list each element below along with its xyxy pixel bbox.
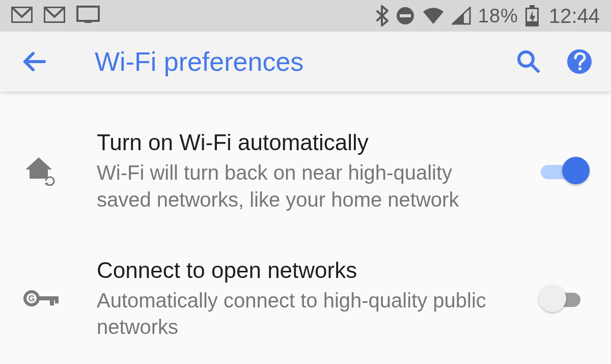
toggle-open-networks[interactable] [541,285,588,312]
setting-title: Connect to open networks [97,256,506,284]
bluetooth-icon [375,5,388,26]
search-icon [516,49,541,74]
svg-point-11 [578,67,581,70]
svg-rect-3 [85,21,92,23]
search-button[interactable] [514,47,543,76]
do-not-disturb-icon [396,6,415,25]
arrow-left-icon [20,48,47,75]
svg-rect-16 [50,296,54,305]
setting-auto-wifi[interactable]: Turn on Wi-Fi automatically Wi-Fi will t… [0,114,611,228]
status-left-icons [11,6,100,26]
app-bar: Wi-Fi preferences [0,32,611,92]
settings-list: Turn on Wi-Fi automatically Wi-Fi will t… [0,92,611,355]
setting-title: Turn on Wi-Fi automatically [97,128,506,156]
help-icon [566,48,593,75]
home-sync-icon [20,154,97,187]
clock-label: 12:44 [549,5,600,27]
wifi-icon [422,7,445,25]
back-button[interactable] [18,46,49,77]
svg-rect-5 [400,14,411,17]
gmail-icon [44,7,65,25]
svg-marker-12 [25,157,52,179]
help-button[interactable] [565,47,594,76]
battery-charging-icon [525,5,539,26]
svg-line-9 [532,65,538,71]
svg-marker-6 [530,10,535,25]
status-right-icons: 18% 12:44 [375,5,600,27]
status-bar: 18% 12:44 [0,0,611,32]
key-icon: G [20,286,97,311]
setting-open-networks[interactable]: G Connect to open networks Automatically… [0,242,611,355]
page-title: Wi-Fi preferences [95,46,303,77]
svg-rect-2 [77,7,99,21]
toggle-auto-wifi[interactable] [541,157,588,184]
setting-subtitle: Automatically connect to high-quality pu… [97,287,506,341]
svg-rect-17 [55,296,59,303]
battery-percent-label: 18% [478,5,518,27]
gmail-icon [11,7,33,25]
cast-screen-icon [76,6,100,26]
svg-text:G: G [29,294,35,303]
setting-subtitle: Wi-Fi will turn back on near high-qualit… [97,159,506,213]
cell-signal-icon [452,7,471,25]
